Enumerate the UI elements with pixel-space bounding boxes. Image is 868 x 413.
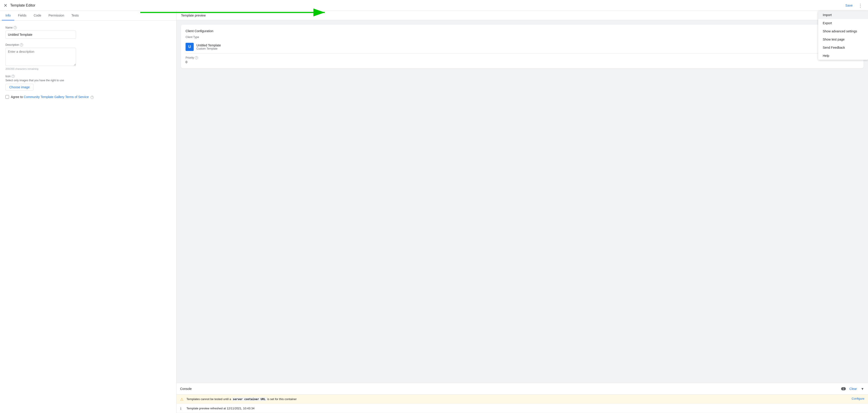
right-panel: Template preview Client Configuration Cl… bbox=[177, 11, 868, 413]
warning-code: server container URL bbox=[232, 397, 267, 401]
console-messages: ⚠ Templates cannot be tested until a ser… bbox=[177, 395, 868, 413]
tab-info[interactable]: Info bbox=[2, 11, 14, 20]
icon-hint: Select only images that you have the rig… bbox=[5, 79, 171, 82]
description-label: Description ? bbox=[5, 43, 171, 47]
tos-checkbox-row: Agree to Community Template Gallery Term… bbox=[5, 95, 171, 99]
description-group: Description ? 200/200 characters remaini… bbox=[5, 43, 171, 70]
choose-image-button[interactable]: Choose image bbox=[5, 84, 33, 91]
dropdown-item-import[interactable]: Import bbox=[818, 11, 868, 19]
console-badge: 1 bbox=[841, 387, 846, 390]
client-icon: U bbox=[186, 43, 194, 51]
warning-text: Templates cannot be tested until a serve… bbox=[186, 397, 849, 402]
info-text: Template preview refreshed at 12/11/2021… bbox=[186, 406, 864, 411]
icon-group: Icon ? Select only images that you have … bbox=[5, 75, 171, 91]
tab-code[interactable]: Code bbox=[30, 11, 45, 20]
main-layout: Info Fields Code Permission Tests Name ?… bbox=[0, 11, 868, 413]
priority-value: 0 bbox=[186, 60, 859, 64]
tab-fields[interactable]: Fields bbox=[14, 11, 30, 20]
console-message-warning: ⚠ Templates cannot be tested until a ser… bbox=[177, 395, 868, 404]
console-section: Console 1 Clear ▾ ⚠ Templates cannot be … bbox=[177, 383, 868, 413]
icon-help-icon[interactable]: ? bbox=[11, 75, 15, 78]
more-options-button[interactable]: ⋮ bbox=[856, 1, 864, 9]
dropdown-item-show-test-page[interactable]: Show test page bbox=[818, 35, 868, 43]
priority-help-icon[interactable]: ? bbox=[195, 56, 198, 59]
name-group: Name ? bbox=[5, 26, 171, 39]
left-panel: Info Fields Code Permission Tests Name ?… bbox=[0, 11, 177, 413]
console-title: Console bbox=[180, 387, 839, 391]
client-type-item: U Untitled Template Custom Template bbox=[186, 40, 859, 53]
tabs-bar: Info Fields Code Permission Tests bbox=[0, 11, 176, 21]
page-title: Template Editor bbox=[10, 3, 843, 7]
tos-label: Agree to Community Template Gallery Term… bbox=[11, 95, 94, 99]
description-input[interactable] bbox=[5, 48, 76, 66]
dropdown-item-help[interactable]: Help bbox=[818, 52, 868, 60]
priority-section: Priority ? 0 bbox=[186, 56, 859, 64]
priority-label: Priority ? bbox=[186, 56, 859, 59]
client-sub: Custom Template bbox=[196, 47, 221, 50]
dropdown-item-show-advanced[interactable]: Show advanced settings bbox=[818, 27, 868, 35]
client-name: Untitled Template bbox=[196, 43, 221, 47]
preview-header: Template preview bbox=[177, 11, 868, 20]
tos-help-icon[interactable]: ? bbox=[91, 96, 94, 99]
client-config-card: Client Configuration Client Type U Untit… bbox=[181, 25, 864, 68]
dropdown-item-export[interactable]: Export bbox=[818, 19, 868, 27]
dropdown-item-send-feedback[interactable]: Send Feedback bbox=[818, 43, 868, 52]
console-message-info: ℹ Template preview refreshed at 12/11/20… bbox=[177, 404, 868, 413]
client-info: Untitled Template Custom Template bbox=[196, 43, 221, 50]
char-count: 200/200 characters remaining bbox=[5, 67, 171, 70]
tab-permission[interactable]: Permission bbox=[45, 11, 68, 20]
clear-button[interactable]: Clear bbox=[848, 386, 859, 391]
info-icon: ℹ bbox=[180, 407, 184, 411]
collapse-button[interactable]: ▾ bbox=[861, 385, 864, 392]
configure-link[interactable]: Configure bbox=[852, 397, 864, 400]
name-help-icon[interactable]: ? bbox=[13, 26, 17, 29]
tab-tests[interactable]: Tests bbox=[68, 11, 82, 20]
close-button[interactable]: ✕ bbox=[4, 3, 7, 8]
description-help-icon[interactable]: ? bbox=[20, 43, 23, 47]
client-config-title: Client Configuration bbox=[186, 29, 859, 33]
dropdown-menu: Import Export Show advanced settings Sho… bbox=[818, 11, 868, 60]
warning-icon: ⚠ bbox=[180, 397, 184, 401]
top-bar: ✕ Template Editor Save ⋮ bbox=[0, 0, 868, 11]
client-type-label: Client Type bbox=[186, 35, 859, 39]
name-input[interactable] bbox=[5, 31, 76, 39]
save-button[interactable]: Save bbox=[843, 2, 855, 9]
icon-label: Icon ? bbox=[5, 75, 171, 78]
form-content: Name ? Description ? 200/200 characters … bbox=[0, 21, 176, 413]
name-label: Name ? bbox=[5, 26, 171, 29]
preview-content: Client Configuration Client Type U Untit… bbox=[177, 20, 868, 383]
tos-checkbox[interactable] bbox=[5, 95, 9, 99]
console-header: Console 1 Clear ▾ bbox=[177, 383, 868, 395]
top-bar-actions: Save ⋮ bbox=[843, 1, 864, 9]
tos-link[interactable]: Community Template Gallery Terms of Serv… bbox=[24, 95, 89, 99]
